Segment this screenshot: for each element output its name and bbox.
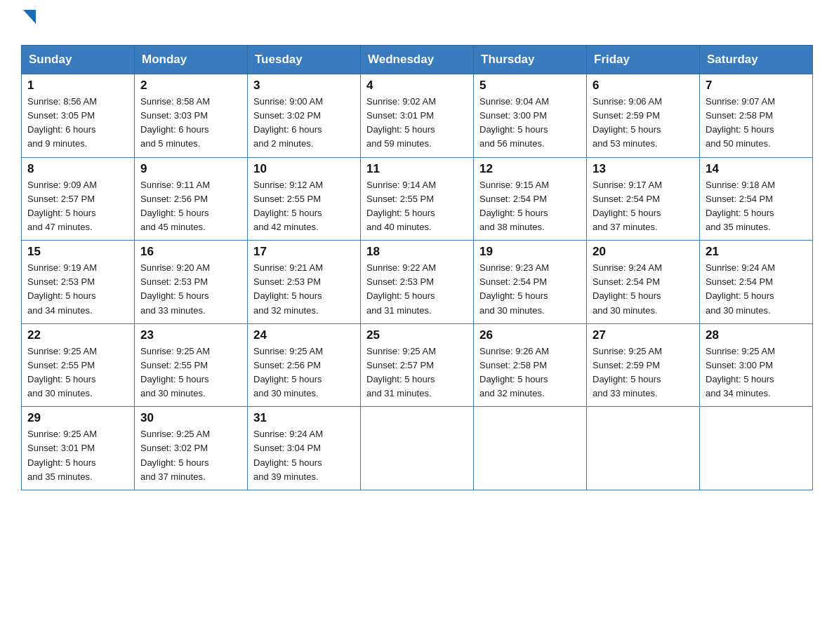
day-number: 28	[706, 328, 807, 342]
day-number: 21	[706, 245, 807, 259]
calendar-cell: 25Sunrise: 9:25 AMSunset: 2:57 PMDayligh…	[361, 323, 474, 407]
calendar-cell: 19Sunrise: 9:23 AMSunset: 2:54 PMDayligh…	[474, 241, 587, 324]
day-info: Sunrise: 9:21 AMSunset: 2:53 PMDaylight:…	[253, 261, 355, 318]
weekday-header-tuesday: Tuesday	[248, 46, 361, 74]
week-row-4: 22Sunrise: 9:25 AMSunset: 2:55 PMDayligh…	[22, 323, 813, 407]
day-number: 5	[479, 79, 581, 93]
day-number: 11	[366, 162, 468, 176]
calendar-cell: 28Sunrise: 9:25 AMSunset: 3:00 PMDayligh…	[700, 323, 813, 407]
day-info: Sunrise: 8:58 AMSunset: 3:03 PMDaylight:…	[140, 95, 241, 152]
day-info: Sunrise: 9:18 AMSunset: 2:54 PMDaylight:…	[706, 178, 807, 235]
day-info: Sunrise: 9:00 AMSunset: 3:02 PMDaylight:…	[253, 95, 355, 152]
day-info: Sunrise: 9:24 AMSunset: 3:04 PMDaylight:…	[253, 427, 355, 484]
day-info: Sunrise: 9:24 AMSunset: 2:54 PMDaylight:…	[593, 261, 694, 318]
day-info: Sunrise: 9:25 AMSunset: 3:01 PMDaylight:…	[27, 427, 128, 484]
week-row-2: 8Sunrise: 9:09 AMSunset: 2:57 PMDaylight…	[22, 157, 813, 241]
calendar-cell: 29Sunrise: 9:25 AMSunset: 3:01 PMDayligh…	[22, 407, 135, 490]
day-number: 14	[706, 162, 807, 176]
day-info: Sunrise: 9:24 AMSunset: 2:54 PMDaylight:…	[706, 261, 807, 318]
day-number: 24	[253, 328, 355, 342]
calendar-cell: 31Sunrise: 9:24 AMSunset: 3:04 PMDayligh…	[248, 407, 361, 490]
day-number: 7	[706, 79, 807, 93]
day-info: Sunrise: 9:23 AMSunset: 2:54 PMDaylight:…	[479, 261, 581, 318]
day-number: 18	[366, 245, 468, 259]
day-info: Sunrise: 9:12 AMSunset: 2:55 PMDaylight:…	[253, 178, 355, 235]
day-number: 9	[140, 162, 241, 176]
day-info: Sunrise: 9:25 AMSunset: 2:55 PMDaylight:…	[140, 344, 241, 401]
week-row-1: 1Sunrise: 8:56 AMSunset: 3:05 PMDaylight…	[22, 74, 813, 158]
calendar-cell: 9Sunrise: 9:11 AMSunset: 2:56 PMDaylight…	[135, 157, 248, 241]
calendar-cell: 5Sunrise: 9:04 AMSunset: 3:00 PMDaylight…	[474, 74, 587, 158]
day-info: Sunrise: 9:11 AMSunset: 2:56 PMDaylight:…	[140, 178, 241, 235]
day-number: 19	[479, 245, 581, 259]
weekday-header-row: SundayMondayTuesdayWednesdayThursdayFrid…	[22, 46, 813, 74]
calendar-cell: 4Sunrise: 9:02 AMSunset: 3:01 PMDaylight…	[361, 74, 474, 158]
svg-marker-0	[23, 10, 36, 24]
day-number: 3	[253, 79, 355, 93]
calendar-cell: 18Sunrise: 9:22 AMSunset: 2:53 PMDayligh…	[361, 241, 474, 324]
day-number: 17	[253, 245, 355, 259]
day-info: Sunrise: 8:56 AMSunset: 3:05 PMDaylight:…	[27, 95, 128, 152]
day-number: 1	[27, 79, 128, 93]
calendar-cell: 30Sunrise: 9:25 AMSunset: 3:02 PMDayligh…	[135, 407, 248, 490]
day-info: Sunrise: 9:25 AMSunset: 2:55 PMDaylight:…	[27, 344, 128, 401]
day-info: Sunrise: 9:20 AMSunset: 2:53 PMDaylight:…	[140, 261, 241, 318]
calendar-cell: 26Sunrise: 9:26 AMSunset: 2:58 PMDayligh…	[474, 323, 587, 407]
day-number: 29	[27, 411, 128, 425]
day-number: 12	[479, 162, 581, 176]
day-info: Sunrise: 9:25 AMSunset: 2:56 PMDaylight:…	[253, 344, 355, 401]
day-number: 13	[593, 162, 694, 176]
day-info: Sunrise: 9:02 AMSunset: 3:01 PMDaylight:…	[366, 95, 468, 152]
day-number: 10	[253, 162, 355, 176]
day-info: Sunrise: 9:17 AMSunset: 2:54 PMDaylight:…	[593, 178, 694, 235]
day-number: 15	[27, 245, 128, 259]
day-info: Sunrise: 9:25 AMSunset: 3:00 PMDaylight:…	[706, 344, 807, 401]
day-number: 25	[366, 328, 468, 342]
weekday-header-wednesday: Wednesday	[361, 46, 474, 74]
day-number: 6	[593, 79, 694, 93]
day-number: 27	[593, 328, 694, 342]
calendar-cell	[361, 407, 474, 490]
day-info: Sunrise: 9:09 AMSunset: 2:57 PMDaylight:…	[27, 178, 128, 235]
day-info: Sunrise: 9:07 AMSunset: 2:58 PMDaylight:…	[706, 95, 807, 152]
calendar-cell: 13Sunrise: 9:17 AMSunset: 2:54 PMDayligh…	[587, 157, 700, 241]
calendar-cell: 7Sunrise: 9:07 AMSunset: 2:58 PMDaylight…	[700, 74, 813, 158]
day-number: 26	[479, 328, 581, 342]
calendar-cell: 3Sunrise: 9:00 AMSunset: 3:02 PMDaylight…	[248, 74, 361, 158]
day-info: Sunrise: 9:25 AMSunset: 3:02 PMDaylight:…	[140, 427, 241, 484]
page-header	[21, 14, 813, 31]
calendar-cell: 17Sunrise: 9:21 AMSunset: 2:53 PMDayligh…	[248, 241, 361, 324]
calendar-cell: 1Sunrise: 8:56 AMSunset: 3:05 PMDaylight…	[22, 74, 135, 158]
calendar-table: SundayMondayTuesdayWednesdayThursdayFrid…	[21, 45, 813, 490]
calendar-cell: 22Sunrise: 9:25 AMSunset: 2:55 PMDayligh…	[22, 323, 135, 407]
calendar-cell: 27Sunrise: 9:25 AMSunset: 2:59 PMDayligh…	[587, 323, 700, 407]
day-number: 2	[140, 79, 241, 93]
calendar-cell: 12Sunrise: 9:15 AMSunset: 2:54 PMDayligh…	[474, 157, 587, 241]
day-number: 30	[140, 411, 241, 425]
day-info: Sunrise: 9:25 AMSunset: 2:59 PMDaylight:…	[593, 344, 694, 401]
calendar-cell	[587, 407, 700, 490]
logo-area	[21, 14, 36, 31]
logo-triangle-icon	[23, 10, 36, 27]
calendar-cell: 14Sunrise: 9:18 AMSunset: 2:54 PMDayligh…	[700, 157, 813, 241]
day-info: Sunrise: 9:14 AMSunset: 2:55 PMDaylight:…	[366, 178, 468, 235]
day-info: Sunrise: 9:15 AMSunset: 2:54 PMDaylight:…	[479, 178, 581, 235]
day-number: 23	[140, 328, 241, 342]
day-info: Sunrise: 9:19 AMSunset: 2:53 PMDaylight:…	[27, 261, 128, 318]
calendar-cell: 21Sunrise: 9:24 AMSunset: 2:54 PMDayligh…	[700, 241, 813, 324]
logo	[21, 14, 36, 31]
day-info: Sunrise: 9:26 AMSunset: 2:58 PMDaylight:…	[479, 344, 581, 401]
calendar-cell: 6Sunrise: 9:06 AMSunset: 2:59 PMDaylight…	[587, 74, 700, 158]
calendar-cell	[474, 407, 587, 490]
calendar-cell: 20Sunrise: 9:24 AMSunset: 2:54 PMDayligh…	[587, 241, 700, 324]
day-number: 31	[253, 411, 355, 425]
weekday-header-friday: Friday	[587, 46, 700, 74]
weekday-header-saturday: Saturday	[700, 46, 813, 74]
calendar-cell: 24Sunrise: 9:25 AMSunset: 2:56 PMDayligh…	[248, 323, 361, 407]
day-number: 16	[140, 245, 241, 259]
calendar-cell: 11Sunrise: 9:14 AMSunset: 2:55 PMDayligh…	[361, 157, 474, 241]
weekday-header-monday: Monday	[135, 46, 248, 74]
calendar-cell: 8Sunrise: 9:09 AMSunset: 2:57 PMDaylight…	[22, 157, 135, 241]
week-row-3: 15Sunrise: 9:19 AMSunset: 2:53 PMDayligh…	[22, 241, 813, 324]
calendar-cell: 10Sunrise: 9:12 AMSunset: 2:55 PMDayligh…	[248, 157, 361, 241]
